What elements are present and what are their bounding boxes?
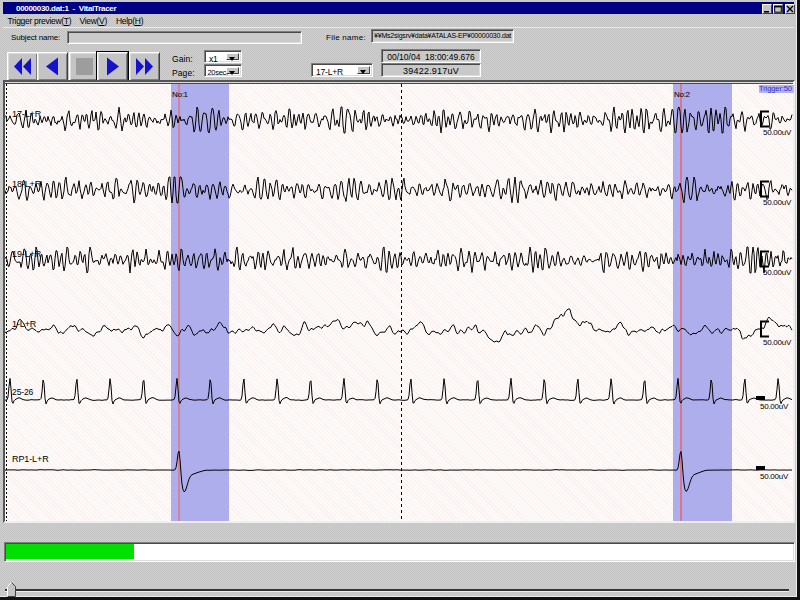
svg-text:50.00uV: 50.00uV [760,472,789,481]
svg-text:1-L+R: 1-L+R [12,319,37,329]
svg-text:No:1: No:1 [172,90,189,99]
svg-text:No:2: No:2 [674,90,691,99]
svg-text:50.00uV: 50.00uV [760,402,789,411]
svg-text:17-L+R: 17-L+R [12,109,42,119]
svg-text:19-L+R: 19-L+R [12,249,42,259]
svg-text:50.00uV: 50.00uV [763,128,792,137]
svg-text:50.00uV: 50.00uV [763,338,792,347]
svg-text:25-26: 25-26 [12,387,34,397]
svg-text:RP1-L+R: RP1-L+R [12,454,49,464]
svg-text:50.00uV: 50.00uV [763,198,792,207]
svg-text:18-L+R: 18-L+R [12,179,42,189]
svg-text:50.00uV: 50.00uV [763,268,792,277]
